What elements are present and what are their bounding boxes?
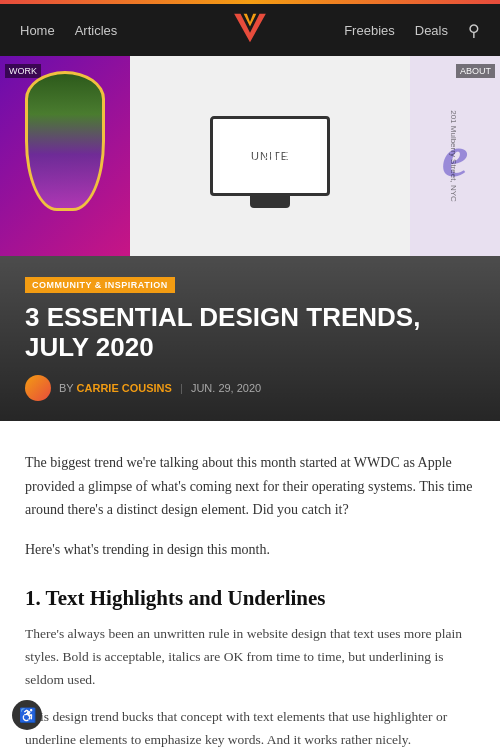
section1-heading: 1. Text Highlights and Underlines	[25, 586, 475, 611]
accessibility-button[interactable]: ♿	[12, 700, 42, 730]
nav-deals[interactable]: Deals	[415, 23, 448, 38]
navigation: Home Articles Freebies Deals ⚲	[0, 4, 500, 56]
nav-logo[interactable]	[231, 9, 269, 51]
nav-links-left: Home Articles	[20, 23, 117, 38]
nav-links-right: Freebies Deals ⚲	[344, 21, 480, 40]
section1-para1: There's always been an unwritten rule in…	[25, 623, 475, 692]
article-date: JUN. 29, 2020	[191, 382, 261, 394]
carousel-counter: 25	[253, 139, 288, 174]
article-title: 3 ESSENTIAL DESIGN TRENDS, JULY 2020	[25, 303, 475, 363]
article-header: COMMUNITY & INSPIRATION 3 ESSENTIAL DESI…	[0, 256, 500, 421]
category-tag[interactable]: COMMUNITY & INSPIRATION	[25, 277, 175, 293]
meta-text: BY CARRIE COUSINS | JUN. 29, 2020	[59, 382, 261, 394]
by-label: BY	[59, 382, 73, 394]
section1-para2: This design trend bucks that concept wit…	[25, 706, 475, 750]
salad-glass-graphic	[25, 71, 105, 211]
hero-image-right: ABOUT e 201 Mulberry Street, NYC	[410, 56, 500, 256]
author-avatar	[25, 375, 51, 401]
hero-image-left: WORK	[0, 56, 130, 256]
accessibility-icon: ♿	[19, 707, 36, 724]
article-body: The biggest trend we're talking about th…	[0, 421, 500, 750]
article-intro: The biggest trend we're talking about th…	[25, 451, 475, 522]
meta-separator: |	[180, 382, 186, 394]
article-meta: BY CARRIE COUSINS | JUN. 29, 2020	[25, 375, 475, 401]
hero-image-middle: UNITE 25	[130, 56, 410, 256]
article-trending-line: Here's what's trending in design this mo…	[25, 538, 475, 562]
work-badge: WORK	[5, 64, 41, 78]
hero-carousel: WORK UNITE 25 ABOUT e 201 Mulberry Stree…	[0, 56, 500, 256]
nav-freebies[interactable]: Freebies	[344, 23, 395, 38]
nav-articles[interactable]: Articles	[75, 23, 118, 38]
search-icon[interactable]: ⚲	[468, 21, 480, 40]
vertical-caption: 201 Mulberry Street, NYC	[450, 110, 459, 202]
svg-marker-0	[234, 14, 266, 43]
nav-home[interactable]: Home	[20, 23, 55, 38]
hero-images: WORK UNITE 25 ABOUT e 201 Mulberry Stree…	[0, 56, 500, 256]
author-name[interactable]: CARRIE COUSINS	[77, 382, 172, 394]
about-badge: ABOUT	[456, 64, 495, 78]
